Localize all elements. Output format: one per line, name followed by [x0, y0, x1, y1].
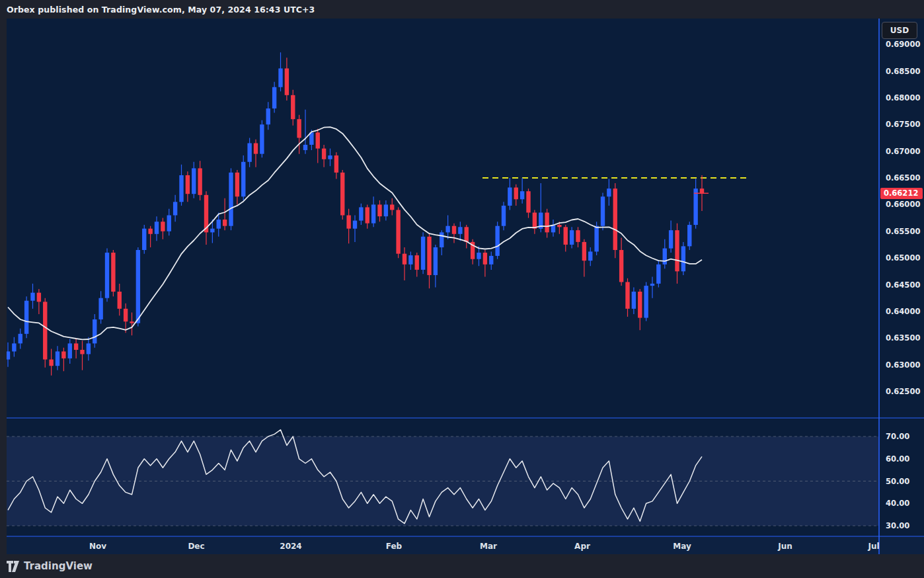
candle-body: [650, 284, 654, 286]
price-tick-label: 0.69000: [886, 40, 920, 49]
candle-body: [588, 251, 592, 261]
candle-body: [266, 108, 270, 124]
attribution-text: Orbex published on TradingView.com, May …: [7, 5, 315, 15]
candle-body: [570, 230, 574, 245]
candle-body: [371, 204, 375, 223]
candle-body: [403, 254, 406, 265]
time-axis-label: Feb: [386, 542, 403, 551]
candle-body: [557, 225, 561, 227]
price-tick-label: 0.66500: [886, 173, 920, 183]
time-axis-label: Nov: [89, 542, 106, 551]
candle-body: [285, 68, 289, 95]
price-tick-label: 0.65500: [886, 227, 920, 236]
candle-body: [254, 144, 258, 154]
candle-body: [186, 175, 190, 194]
price-tick-label: 0.64500: [886, 280, 920, 290]
candle-body: [545, 212, 549, 232]
candle-body: [30, 293, 34, 301]
candle-body: [359, 207, 363, 220]
footer-bar: TradingView: [0, 554, 924, 578]
candle-body: [687, 225, 691, 246]
candle-body: [427, 237, 431, 275]
candle-body: [663, 249, 667, 265]
candle-body: [483, 253, 487, 265]
candle-body: [502, 206, 506, 226]
page: { "header": { "attribution": "Orbex publ…: [0, 0, 924, 578]
candle-body: [80, 350, 84, 354]
candle-body: [260, 124, 264, 153]
price-tick-label: 0.67500: [886, 120, 920, 129]
candle-body: [693, 188, 697, 225]
candle-body: [155, 222, 159, 234]
chart-canvas[interactable]: 0.690000.685000.680000.675000.670000.665…: [7, 19, 924, 554]
candle-body: [644, 286, 648, 317]
candle-body: [346, 216, 350, 229]
candle-body: [625, 282, 629, 308]
candle-body: [142, 229, 146, 250]
candle-body: [43, 302, 47, 359]
candle-body: [334, 155, 338, 173]
candle-body: [87, 343, 91, 354]
candle-body: [98, 298, 102, 319]
price-tick-label: 0.68500: [886, 67, 920, 76]
tradingview-logo-text: TradingView: [24, 560, 93, 572]
candle-body: [229, 173, 233, 226]
candle-body: [390, 204, 394, 210]
price-tick-label: 0.65000: [886, 253, 920, 263]
candle-body: [396, 210, 400, 253]
price-tick-label: 0.63000: [886, 360, 920, 370]
candle-body: [533, 212, 537, 228]
candle-body: [353, 221, 357, 229]
tradingview-logo-link[interactable]: TradingView: [7, 560, 93, 572]
candle-body: [223, 220, 227, 226]
candle-body: [278, 68, 282, 87]
candle-body: [241, 162, 245, 196]
price-tick-label: 0.62500: [886, 387, 920, 396]
candle-body: [489, 256, 493, 265]
last-price-badge: 0.66212: [880, 188, 923, 199]
candle-body: [421, 237, 425, 270]
candle-body: [514, 188, 518, 200]
candle-body: [415, 255, 419, 270]
price-tick-label: 0.64000: [886, 307, 920, 316]
candle-body: [477, 253, 481, 259]
candle-body: [340, 173, 344, 216]
candle-body: [148, 229, 152, 234]
candle-body: [408, 255, 412, 265]
candle-body: [669, 230, 673, 248]
candle-body: [192, 168, 196, 194]
candle-body: [235, 173, 239, 196]
candle-body: [68, 343, 72, 358]
candle-body: [217, 220, 221, 229]
candle-body: [24, 301, 28, 334]
candle-body: [458, 227, 462, 233]
candle-body: [161, 222, 165, 231]
candle-body: [445, 226, 449, 233]
candle-body: [508, 188, 512, 206]
candle-body: [632, 292, 636, 309]
candle-body: [594, 226, 598, 252]
candle-body: [118, 292, 122, 309]
candle-body: [105, 253, 109, 298]
price-tick-label: 0.66000: [886, 200, 920, 209]
currency-toggle-button[interactable]: USD: [882, 22, 917, 39]
candle-body: [601, 196, 605, 226]
candle-body: [303, 145, 307, 150]
rsi-tick-label: 30.00: [886, 521, 909, 530]
candle-body: [173, 202, 177, 215]
price-tick-label: 0.67000: [886, 147, 920, 156]
candle-body: [322, 149, 326, 159]
time-axis-label: Jun: [777, 542, 792, 551]
time-axis-label: Mar: [480, 542, 497, 551]
candle-body: [452, 226, 456, 234]
candle-body: [167, 216, 171, 231]
candle-body: [136, 250, 140, 323]
candle-body: [93, 319, 96, 343]
time-axis-label: 2024: [280, 542, 301, 551]
candle-body: [675, 230, 679, 271]
candle-body: [56, 351, 59, 366]
candle-body: [74, 343, 78, 350]
time-axis-label: May: [673, 542, 691, 551]
candle-body: [210, 229, 214, 233]
candle-body: [613, 188, 617, 250]
